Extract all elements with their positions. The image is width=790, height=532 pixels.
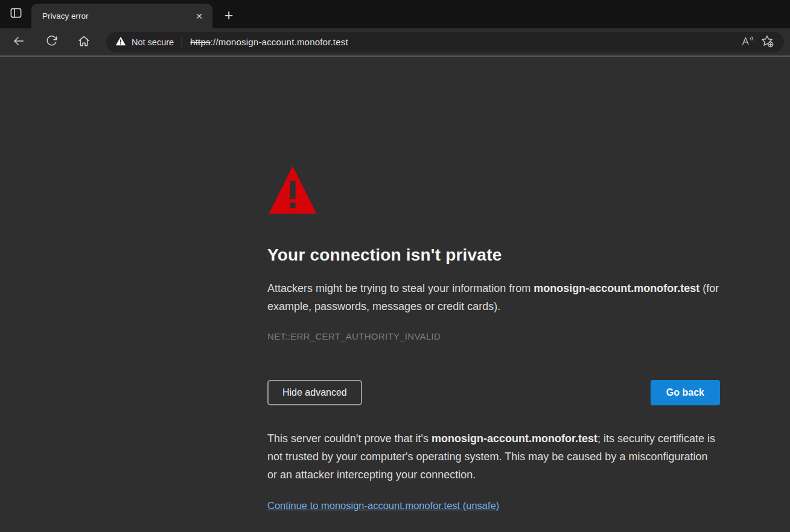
url-host: ://monosign-account.monofor.test: [211, 37, 348, 47]
back-button[interactable]: [5, 32, 33, 52]
advanced-detail-text: This server couldn't prove that it's mon…: [267, 429, 720, 484]
read-aloud-button[interactable]: [738, 33, 757, 51]
site-security-chip[interactable]: Not secure: [115, 36, 174, 48]
continue-unsafe-link[interactable]: Continue to monosign-account.monofor.tes…: [267, 500, 499, 511]
error-code: NET::ERR_CERT_AUTHORITY_INVALID: [267, 331, 720, 341]
favorite-star-plus-icon: [760, 34, 774, 50]
add-favorite-button[interactable]: [757, 33, 777, 51]
advanced-text-prefix: This server couldn't prove that it's: [267, 432, 432, 445]
new-tab-button[interactable]: +: [219, 5, 238, 25]
address-bar-divider: [182, 37, 182, 48]
attack-warning-text: Attackers might be trying to steal your …: [267, 279, 720, 315]
advanced-section: This server couldn't prove that it's mon…: [267, 429, 720, 511]
url-scheme-struck: https: [190, 37, 211, 47]
address-bar[interactable]: Not secure https://monosign-account.mono…: [106, 32, 784, 52]
error-content: Your connection isn't private Attackers …: [267, 165, 720, 511]
browser-tab-privacy-error[interactable]: Privacy error ×: [31, 4, 212, 28]
warning-text-prefix: Attackers might be trying to steal your …: [267, 282, 534, 294]
tab-strip: Privacy error × +: [0, 0, 790, 28]
warning-text-domain: monosign-account.monofor.test: [534, 282, 699, 294]
tab-close-icon[interactable]: ×: [192, 9, 206, 24]
hide-advanced-button[interactable]: Hide advanced: [267, 380, 362, 405]
privacy-error-page: Your connection isn't private Attackers …: [0, 57, 790, 532]
security-status-label: Not secure: [132, 37, 174, 47]
back-arrow-icon: [12, 34, 25, 50]
tab-actions-menu-button[interactable]: [0, 0, 31, 28]
advanced-text-domain: monosign-account.monofor.test: [432, 432, 597, 445]
url-text[interactable]: https://monosign-account.monofor.test: [190, 37, 348, 47]
red-warning-triangle-icon: [267, 165, 720, 215]
home-icon: [77, 34, 91, 50]
tab-actions-icon: [9, 6, 23, 22]
read-aloud-icon: [741, 35, 755, 49]
not-secure-warning-icon: [115, 36, 126, 48]
go-back-button[interactable]: Go back: [651, 380, 720, 405]
home-button[interactable]: [70, 32, 98, 52]
action-button-row: Hide advanced Go back: [267, 380, 720, 405]
navigation-bar: Not secure https://monosign-account.mono…: [0, 28, 790, 55]
refresh-button[interactable]: [37, 32, 65, 52]
refresh-icon: [45, 34, 58, 49]
tab-title: Privacy error: [42, 11, 192, 21]
page-title: Your connection isn't private: [267, 245, 720, 265]
